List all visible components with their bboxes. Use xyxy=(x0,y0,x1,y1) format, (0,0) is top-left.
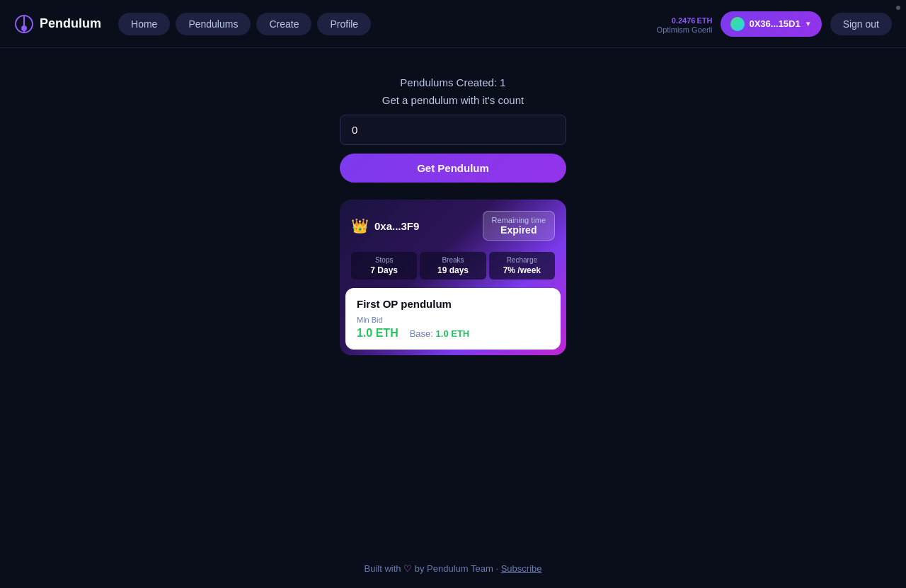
base-amount: 1.0 ETH xyxy=(436,328,470,339)
main-nav: Home Pendulums Create Profile xyxy=(118,13,371,35)
subscribe-link[interactable]: Subscribe xyxy=(501,563,542,574)
inner-card-title: First OP pendulum xyxy=(357,298,549,310)
remaining-time-value: Expired xyxy=(492,224,546,236)
sign-out-button[interactable]: Sign out xyxy=(830,13,892,35)
footer-built-with: Built with xyxy=(364,563,401,574)
nav-create[interactable]: Create xyxy=(256,13,311,35)
stat-stops-label: Stops xyxy=(358,256,410,264)
eth-balance: 0.2476ETH Optimism Goerli xyxy=(657,14,713,34)
chevron-down-icon: ▼ xyxy=(805,20,812,28)
wallet-address: 0X36...15D1 xyxy=(749,18,800,29)
header: Pendulum Home Pendulums Create Profile 0… xyxy=(0,0,906,48)
footer-by: by Pendulum Team xyxy=(415,563,493,574)
logo-area: Pendulum xyxy=(14,14,101,34)
get-pendulum-label: Get a pendulum with it's count xyxy=(382,94,524,106)
base-label: Base: 1.0 ETH xyxy=(410,328,470,339)
nav-pendulums[interactable]: Pendulums xyxy=(176,13,251,35)
inner-card: First OP pendulum Min Bid 1.0 ETH Base: … xyxy=(345,288,561,350)
bid-row: 1.0 ETH Base: 1.0 ETH xyxy=(357,327,549,340)
network-label: Optimism Goerli xyxy=(657,25,713,34)
footer-heart: ♡ xyxy=(403,563,412,574)
svg-point-2 xyxy=(21,25,27,31)
stats-row: Stops 7 Days Breaks 19 days Recharge 7% … xyxy=(340,246,566,288)
stat-recharge: Recharge 7% /week xyxy=(489,252,555,279)
card-address-area: 👑 0xa...3F9 xyxy=(351,217,419,234)
remaining-time-badge: Remaining time Expired xyxy=(483,211,555,241)
logo-icon xyxy=(14,14,34,34)
nav-home[interactable]: Home xyxy=(118,13,170,35)
stat-stops-value: 7 Days xyxy=(358,265,410,275)
stat-breaks-label: Breaks xyxy=(427,256,478,264)
stat-recharge-value: 7% /week xyxy=(496,265,548,275)
pendulum-card: 👑 0xa...3F9 Remaining time Expired Stops… xyxy=(340,200,566,355)
eth-amount: 0.2476ETH xyxy=(657,14,713,25)
footer: Built with ♡ by Pendulum Team · Subscrib… xyxy=(0,563,906,574)
stat-recharge-label: Recharge xyxy=(496,256,548,264)
nav-profile[interactable]: Profile xyxy=(317,13,371,35)
card-address: 0xa...3F9 xyxy=(374,220,419,232)
card-top: 👑 0xa...3F9 Remaining time Expired xyxy=(340,200,566,246)
min-bid-amount: 1.0 ETH xyxy=(357,327,398,340)
pendulums-created-text: Pendulums Created: 1 xyxy=(400,76,505,88)
min-bid-label: Min Bid xyxy=(357,316,549,324)
remaining-time-label: Remaining time xyxy=(492,216,546,224)
wallet-button[interactable]: 0X36...15D1 ▼ xyxy=(721,11,821,37)
stat-breaks: Breaks 19 days xyxy=(420,252,486,279)
get-pendulum-button[interactable]: Get Pendulum xyxy=(340,154,566,183)
logo-text: Pendulum xyxy=(40,16,101,31)
wallet-avatar xyxy=(730,17,745,31)
search-input[interactable] xyxy=(340,115,566,145)
crown-icon: 👑 xyxy=(351,217,369,234)
stat-stops: Stops 7 Days xyxy=(351,252,417,279)
header-right: 0.2476ETH Optimism Goerli 0X36...15D1 ▼ … xyxy=(657,11,892,37)
stat-breaks-value: 19 days xyxy=(427,265,478,275)
footer-separator: · xyxy=(495,563,498,574)
main-content: Pendulums Created: 1 Get a pendulum with… xyxy=(0,48,906,355)
